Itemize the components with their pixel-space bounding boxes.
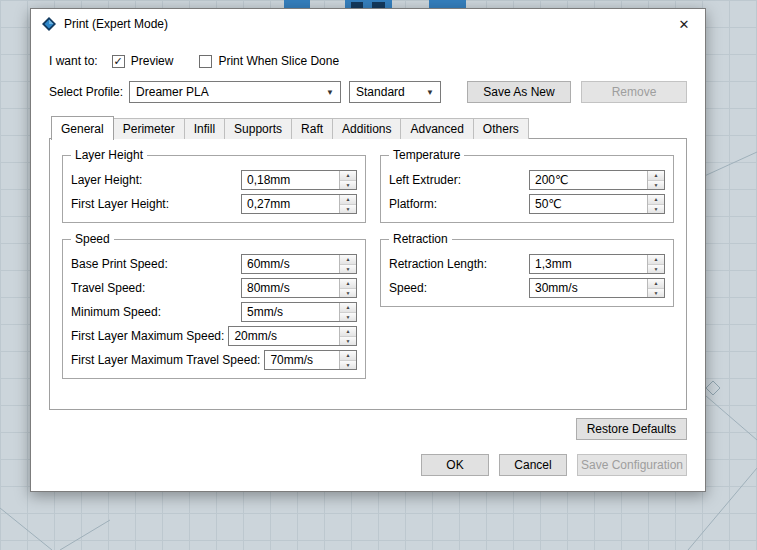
spinner-value[interactable]: 0,18mm <box>242 171 339 189</box>
flashprint-logo-icon <box>41 16 57 32</box>
quality-select-value: Standard <box>356 85 420 99</box>
spin-down-icon[interactable]: ▼ <box>340 181 356 190</box>
spin-down-icon[interactable]: ▼ <box>340 205 356 214</box>
spinner-value[interactable]: 60mm/s <box>242 255 339 273</box>
quality-select[interactable]: Standard ▼ <box>349 81 441 103</box>
checkbox-unchecked-icon[interactable] <box>199 55 212 68</box>
left-extruder-spinner[interactable]: 200℃ ▲ ▼ <box>529 170 665 190</box>
spin-down-icon[interactable]: ▼ <box>340 361 356 370</box>
platform-spinner[interactable]: 50℃ ▲ ▼ <box>529 194 665 214</box>
retraction-length-label: Retraction Length: <box>389 257 529 271</box>
select-profile-label: Select Profile: <box>49 85 123 99</box>
spinner-steppers: ▲ ▼ <box>339 255 356 273</box>
dialog-titlebar[interactable]: Print (Expert Mode) ✕ <box>31 9 705 39</box>
spin-down-icon[interactable]: ▼ <box>648 205 664 214</box>
platform-label: Platform: <box>389 197 529 211</box>
checkbox-checked-icon[interactable]: ✓ <box>112 55 125 68</box>
spin-up-icon[interactable]: ▲ <box>340 195 356 205</box>
base-print-speed-label: Base Print Speed: <box>71 257 241 271</box>
first-layer-height-label: First Layer Height: <box>71 197 241 211</box>
layer-height-spinner[interactable]: 0,18mm ▲ ▼ <box>241 170 357 190</box>
spin-up-icon[interactable]: ▲ <box>340 279 356 289</box>
field-row: First Layer Maximum Speed: 20mm/s ▲ ▼ <box>71 324 357 348</box>
spin-up-icon[interactable]: ▲ <box>340 327 356 337</box>
restore-defaults-row: Restore Defaults <box>49 418 687 440</box>
group-title: Speed <box>71 232 114 246</box>
temperature-group: Temperature Left Extruder: 200℃ ▲ ▼ Plat… <box>380 155 674 223</box>
retraction-length-spinner[interactable]: 1,3mm ▲ ▼ <box>529 254 665 274</box>
first-layer-maximum-speed-label: First Layer Maximum Speed: <box>71 329 228 343</box>
travel-speed-spinner[interactable]: 80mm/s ▲ ▼ <box>241 278 357 298</box>
first-layer-height-spinner[interactable]: 0,27mm ▲ ▼ <box>241 194 357 214</box>
tab-advanced[interactable]: Advanced <box>400 118 473 139</box>
spin-up-icon[interactable]: ▲ <box>648 171 664 181</box>
left-extruder-label: Left Extruder: <box>389 173 529 187</box>
dialog-title: Print (Expert Mode) <box>64 17 666 31</box>
settings-tab-bar: General Perimeter Infill Supports Raft A… <box>49 115 687 139</box>
save-as-new-button[interactable]: Save As New <box>467 81 571 103</box>
spin-up-icon[interactable]: ▲ <box>340 303 356 313</box>
dialog-content: I want to: ✓ Preview Print When Slice Do… <box>31 39 705 476</box>
spin-down-icon[interactable]: ▼ <box>648 265 664 274</box>
first-layer-maximum-travel-speed-spinner[interactable]: 70mm/s ▲ ▼ <box>264 350 357 370</box>
spinner-value[interactable]: 80mm/s <box>242 279 339 297</box>
spin-up-icon[interactable]: ▲ <box>648 195 664 205</box>
retraction-speed-spinner[interactable]: 30mm/s ▲ ▼ <box>529 278 665 298</box>
layer-height-group: Layer Height Layer Height: 0,18mm ▲ ▼ Fi… <box>62 155 366 223</box>
spin-up-icon[interactable]: ▲ <box>340 171 356 181</box>
print-when-slice-done-checkbox[interactable]: Print When Slice Done <box>199 54 339 68</box>
spin-up-icon[interactable]: ▲ <box>648 279 664 289</box>
group-title: Retraction <box>389 232 452 246</box>
spinner-value[interactable]: 20mm/s <box>229 327 339 345</box>
profile-select[interactable]: Dreamer PLA ▼ <box>129 81 341 103</box>
spinner-steppers: ▲ ▼ <box>339 195 356 213</box>
close-icon[interactable]: ✕ <box>673 13 695 35</box>
save-configuration-button[interactable]: Save Configuration <box>577 454 687 476</box>
spin-down-icon[interactable]: ▼ <box>648 181 664 190</box>
chevron-down-icon[interactable]: ▼ <box>320 88 334 97</box>
base-print-speed-spinner[interactable]: 60mm/s ▲ ▼ <box>241 254 357 274</box>
tab-general[interactable]: General <box>51 116 114 140</box>
remove-button[interactable]: Remove <box>581 81 687 103</box>
ok-button[interactable]: OK <box>421 454 489 476</box>
spin-down-icon[interactable]: ▼ <box>340 289 356 298</box>
chevron-down-icon[interactable]: ▼ <box>420 88 434 97</box>
tab-others[interactable]: Others <box>473 118 529 139</box>
general-tab-panel: Layer Height Layer Height: 0,18mm ▲ ▼ Fi… <box>49 138 687 410</box>
tab-supports[interactable]: Supports <box>224 118 292 139</box>
spinner-value[interactable]: 70mm/s <box>265 351 339 369</box>
spinner-value[interactable]: 0,27mm <box>242 195 339 213</box>
minimum-speed-spinner[interactable]: 5mm/s ▲ ▼ <box>241 302 357 322</box>
spin-up-icon[interactable]: ▲ <box>340 351 356 361</box>
tab-perimeter[interactable]: Perimeter <box>113 118 185 139</box>
spin-up-icon[interactable]: ▲ <box>340 255 356 265</box>
spinner-value[interactable]: 50℃ <box>530 195 647 213</box>
spinner-steppers: ▲ ▼ <box>339 303 356 321</box>
first-layer-maximum-travel-speed-label: First Layer Maximum Travel Speed: <box>71 353 264 367</box>
field-row: Platform: 50℃ ▲ ▼ <box>389 192 665 216</box>
field-row: Minimum Speed: 5mm/s ▲ ▼ <box>71 300 357 324</box>
spinner-value[interactable]: 30mm/s <box>530 279 647 297</box>
preview-checkbox[interactable]: ✓ Preview <box>112 54 174 68</box>
tab-additions[interactable]: Additions <box>332 118 401 139</box>
restore-defaults-button[interactable]: Restore Defaults <box>576 418 687 440</box>
field-row: First Layer Maximum Travel Speed: 70mm/s… <box>71 348 357 372</box>
spin-up-icon[interactable]: ▲ <box>648 255 664 265</box>
dialog-footer: OK Cancel Save Configuration <box>49 454 687 476</box>
spinner-value[interactable]: 1,3mm <box>530 255 647 273</box>
spinner-steppers: ▲ ▼ <box>647 171 664 189</box>
field-row: Left Extruder: 200℃ ▲ ▼ <box>389 168 665 192</box>
spinner-value[interactable]: 5mm/s <box>242 303 339 321</box>
first-layer-maximum-speed-spinner[interactable]: 20mm/s ▲ ▼ <box>228 326 357 346</box>
tab-raft[interactable]: Raft <box>291 118 333 139</box>
spin-down-icon[interactable]: ▼ <box>340 313 356 322</box>
spin-down-icon[interactable]: ▼ <box>340 337 356 346</box>
field-row: Base Print Speed: 60mm/s ▲ ▼ <box>71 252 357 276</box>
tab-infill[interactable]: Infill <box>184 118 225 139</box>
cancel-button[interactable]: Cancel <box>499 454 567 476</box>
field-row: Retraction Length: 1,3mm ▲ ▼ <box>389 252 665 276</box>
spin-down-icon[interactable]: ▼ <box>340 265 356 274</box>
spinner-value[interactable]: 200℃ <box>530 171 647 189</box>
spin-down-icon[interactable]: ▼ <box>648 289 664 298</box>
spinner-steppers: ▲ ▼ <box>647 255 664 273</box>
